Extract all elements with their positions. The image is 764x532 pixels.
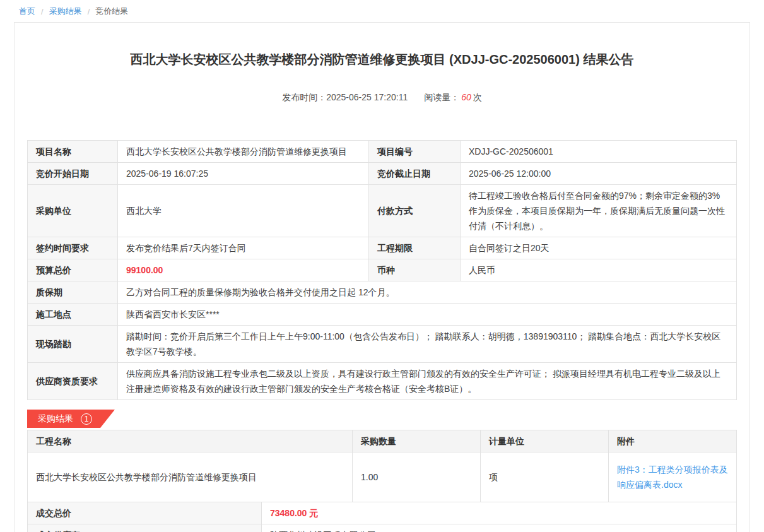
procurement-result-badge: 采购结果 1 (27, 410, 115, 428)
badge-label: 采购结果 (38, 413, 73, 425)
detail-label: 签约时间要求 (28, 237, 118, 259)
detail-label: 项目编号 (369, 141, 461, 163)
detail-value: 乙方对合同工程的质量保修期为验收合格并交付使用之日起 12个月。 (118, 281, 737, 304)
detail-label: 工程期限 (369, 237, 461, 259)
detail-value: 2025-06-25 12:00:00 (461, 163, 737, 185)
detail-label: 竞价开始日期 (28, 163, 118, 185)
table-header-row: 工程名称 采购数量 计量单位 附件 (28, 430, 737, 452)
detail-label: 质保期 (28, 281, 118, 304)
winning-supplier-value: 陕西华川建设工程有限公司 (262, 524, 737, 532)
announcement-card: 西北大学长安校区公共教学楼部分消防管道维修更换项目 (XDJJ-GC-20250… (14, 22, 750, 532)
result-summary-table: 成交总价 73480.00 元 成交供应商 陕西华川建设工程有限公司 (27, 502, 737, 532)
table-row: 预算总价 99100.00 币种 人民币 (28, 259, 737, 281)
detail-label: 付款方式 (369, 185, 461, 237)
detail-label: 项目名称 (28, 141, 118, 163)
detail-value: 供应商应具备消防设施工程专业承包二级及以上资质，具有建设行政主管部门颁发的有效的… (118, 363, 737, 400)
budget-total-value: 99100.00 (118, 259, 369, 281)
table-row: 项目名称 西北大学长安校区公共教学楼部分消防管道维修更换项目 项目编号 XDJJ… (28, 141, 737, 163)
publish-time-value: 2025-06-25 17:20:11 (326, 92, 408, 102)
table-row: 西北大学长安校区公共教学楼部分消防管道维修更换项目 1.00 项 附件3：工程类… (28, 452, 737, 502)
detail-value: 西北大学长安校区公共教学楼部分消防管道维修更换项目 (118, 141, 369, 163)
table-row: 供应商资质要求 供应商应具备消防设施工程专业承包二级及以上资质，具有建设行政主管… (28, 363, 737, 400)
table-row: 成交总价 73480.00 元 (28, 502, 737, 524)
views-count: 60 (461, 92, 471, 102)
detail-value: 2025-06-19 16:07:25 (118, 163, 369, 185)
attachment-link[interactable]: 附件3：工程类分项报价表及响应偏离表.docx (617, 462, 728, 492)
detail-value: 人民币 (461, 259, 737, 281)
column-header-attachment: 附件 (609, 430, 737, 452)
page-title: 西北大学长安校区公共教学楼部分消防管道维修更换项目 (XDJJ-GC-20250… (59, 50, 705, 69)
breadcrumb: 首页 / 采购结果 / 竞价结果 (0, 0, 764, 22)
detail-label: 现场踏勘 (28, 326, 118, 363)
detail-value: 待工程竣工验收合格后付至合同金额的97%；剩余审定金额的3%作为质保金，本项目质… (461, 185, 737, 237)
breadcrumb-separator: / (88, 7, 90, 16)
table-row: 签约时间要求 发布竞价结果后7天内签订合同 工程期限 自合同签订之日20天 (28, 237, 737, 259)
table-row: 采购单位 西北大学 付款方式 待工程竣工验收合格后付至合同金额的97%；剩余审定… (28, 185, 737, 237)
column-header-unit: 计量单位 (481, 430, 609, 452)
detail-value: 陕西省西安市长安区**** (118, 304, 737, 326)
detail-value: 发布竞价结果后7天内签订合同 (118, 237, 369, 259)
table-row: 施工地点 陕西省西安市长安区**** (28, 304, 737, 326)
badge-count: 1 (81, 413, 92, 425)
winning-supplier-label: 成交供应商 (28, 524, 262, 532)
breadcrumb-home[interactable]: 首页 (19, 6, 35, 17)
detail-label: 预算总价 (28, 259, 118, 281)
result-unit: 项 (481, 452, 609, 502)
table-row: 质保期 乙方对合同工程的质量保修期为验收合格并交付使用之日起 12个月。 (28, 281, 737, 304)
detail-label: 币种 (369, 259, 461, 281)
result-quantity: 1.00 (353, 452, 481, 502)
detail-value: 自合同签订之日20天 (461, 237, 737, 259)
result-section-header: 采购结果 1 (27, 410, 737, 428)
project-detail-table: 项目名称 西北大学长安校区公共教学楼部分消防管道维修更换项目 项目编号 XDJJ… (27, 140, 737, 400)
column-header-project-name: 工程名称 (28, 430, 353, 452)
publish-time-label: 发布时间： (282, 92, 326, 102)
result-attachment-cell: 附件3：工程类分项报价表及响应偏离表.docx (609, 452, 737, 502)
detail-label: 供应商资质要求 (28, 363, 118, 400)
column-header-quantity: 采购数量 (353, 430, 481, 452)
detail-value: 西北大学 (118, 185, 369, 237)
table-row: 成交供应商 陕西华川建设工程有限公司 (28, 524, 737, 532)
result-table: 工程名称 采购数量 计量单位 附件 西北大学长安校区公共教学楼部分消防管道维修更… (27, 430, 737, 502)
views-label: 阅读量： (424, 92, 459, 102)
total-price-value: 73480.00 元 (262, 502, 737, 524)
detail-label: 施工地点 (28, 304, 118, 326)
detail-label: 采购单位 (28, 185, 118, 237)
detail-label: 竞价截止日期 (369, 163, 461, 185)
table-row: 竞价开始日期 2025-06-19 16:07:25 竞价截止日期 2025-0… (28, 163, 737, 185)
breadcrumb-procurement-results[interactable]: 采购结果 (49, 6, 82, 17)
detail-value: XDJJ-GC-202506001 (461, 141, 737, 163)
breadcrumb-separator: / (41, 7, 44, 16)
total-price-label: 成交总价 (28, 502, 262, 524)
publish-meta: 发布时间：2025-06-25 17:20:11阅读量：60次 (15, 92, 749, 103)
detail-value: 踏勘时间：竞价开启后第三个工作日上午上午9:00-11:00（包含公告发布日）；… (118, 326, 737, 363)
breadcrumb-bidding-results: 竞价结果 (95, 6, 128, 17)
result-project-name: 西北大学长安校区公共教学楼部分消防管道维修更换项目 (28, 452, 353, 502)
views-unit: 次 (473, 92, 482, 102)
table-row: 现场踏勘 踏勘时间：竞价开启后第三个工作日上午上午9:00-11:00（包含公告… (28, 326, 737, 363)
